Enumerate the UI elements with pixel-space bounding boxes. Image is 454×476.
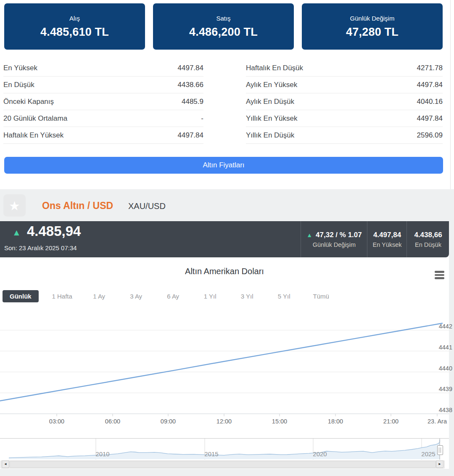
- stat-row: Haftalık En Düşük4271.78: [246, 60, 443, 77]
- up-arrow-icon: ▲: [306, 232, 312, 238]
- stat-value: -: [201, 110, 203, 127]
- change-value: 47,32 / % 1.07: [316, 231, 362, 239]
- stat-label: Yıllık En Düşük: [246, 127, 294, 143]
- tab-5-yil[interactable]: 5 Yıl: [266, 293, 303, 300]
- tab-3-yil[interactable]: 3 Yıl: [229, 293, 266, 300]
- navigator-year-label: 2010: [90, 450, 115, 457]
- gold-prices-button[interactable]: Altın Fiyatları: [4, 157, 443, 174]
- tab-3-ay[interactable]: 3 Ay: [118, 293, 155, 300]
- stat-value: 4497.84: [417, 77, 443, 93]
- stat-label: Haftalık En Yüksek: [3, 127, 63, 143]
- card-label: Günlük Değişim: [350, 15, 395, 22]
- x-axis-label: 03:00: [38, 418, 76, 425]
- stat-row: Haftalık En Yüksek4497.84: [3, 127, 203, 144]
- chart-title: Altın Amerikan Doları: [0, 267, 449, 276]
- stat-label: Haftalık En Düşük: [246, 60, 303, 76]
- x-axis-label: 06:00: [94, 418, 132, 425]
- sell-price-card: Satış 4.486,200 TL: [153, 3, 294, 50]
- card-value: 47,280 TL: [346, 26, 399, 39]
- stat-value: 4040.16: [417, 93, 443, 110]
- x-axis-label: 21:00: [372, 418, 410, 425]
- scroll-left-button[interactable]: ◄: [2, 460, 9, 468]
- scrollbar-thumb[interactable]: [10, 461, 436, 468]
- stat-value: 4271.78: [417, 60, 443, 76]
- summary-cards: Alış 4.485,610 TL Satış 4.486,200 TL Gün…: [4, 3, 443, 50]
- y-axis-label: 4440: [427, 365, 452, 372]
- scroll-right-button[interactable]: ►: [436, 460, 443, 468]
- stat-label: En Yüksek: [3, 60, 37, 76]
- page: Alış 4.485,610 TL Satış 4.486,200 TL Gün…: [0, 0, 454, 476]
- high-label: En Yüksek: [372, 241, 401, 248]
- up-arrow-icon: ▲: [12, 227, 21, 238]
- tab-1-ay[interactable]: 1 Ay: [81, 293, 118, 300]
- x-axis-label: 12:00: [205, 418, 243, 425]
- stat-value: 4438.66: [178, 77, 203, 93]
- card-label: Satış: [216, 15, 230, 22]
- x-axis-label: 15:00: [261, 418, 298, 425]
- navigator-year-label: 2015: [199, 450, 224, 457]
- tab-tumu[interactable]: Tümü: [303, 293, 340, 300]
- stat-row: Aylık En Düşük4040.16: [246, 93, 443, 110]
- stat-value: 2596.09: [417, 127, 443, 143]
- instrument-code: XAU/USD: [128, 201, 166, 211]
- stat-row: Aylık En Yüksek4497.84: [246, 77, 443, 93]
- range-tabs: Günlük 1 Hafta 1 Ay 3 Ay 6 Ay 1 Yıl 3 Yı…: [3, 290, 340, 302]
- card-value: 4.485,610 TL: [40, 26, 109, 39]
- chart-menu-button[interactable]: [435, 271, 445, 280]
- stat-value: 4497.84: [178, 127, 203, 143]
- navigator-year-label: 2025: [416, 450, 441, 457]
- stat-row: 20 Günlük Ortalama-: [3, 110, 203, 127]
- stat-label: 20 Günlük Ortalama: [3, 110, 67, 127]
- navigator-year-label: 2020: [307, 450, 333, 457]
- stats-column-left: En Yüksek4497.84 En Düşük4438.66 Önceki …: [3, 60, 203, 144]
- star-icon: ★: [6, 195, 23, 217]
- change-label: Günlük Değişim: [313, 241, 356, 248]
- daily-change-cell: ▲47,32 / % 1.07 Günlük Değişim: [301, 221, 367, 257]
- tab-gunluk[interactable]: Günlük: [3, 290, 39, 302]
- daily-change-card: Günlük Değişim 47,280 TL: [302, 3, 443, 50]
- hamburger-icon: [435, 271, 444, 273]
- stat-label: Aylık En Düşük: [246, 93, 294, 110]
- x-axis-label: 09:00: [149, 418, 187, 425]
- day-high-cell: 4.497,84 En Yüksek: [367, 221, 407, 257]
- buy-price-card: Alış 4.485,610 TL: [4, 3, 145, 50]
- instrument-title: Ons Altın / USD: [42, 200, 113, 212]
- stat-label: Aylık En Yüksek: [246, 77, 297, 93]
- stat-row: En Düşük4438.66: [3, 77, 203, 93]
- tab-1-yil[interactable]: 1 Yıl: [192, 293, 229, 300]
- card-value: 4.486,200 TL: [189, 26, 258, 39]
- low-label: En Düşük: [415, 241, 441, 248]
- y-axis-label: 4442: [427, 323, 452, 330]
- tab-1-hafta[interactable]: 1 Hafta: [44, 293, 81, 300]
- stat-row: Yıllık En Yüksek4497.84: [246, 110, 443, 127]
- low-value: 4.438,66: [414, 231, 442, 239]
- current-price: 4.485,94: [27, 223, 81, 239]
- stat-row: En Yüksek4497.84: [3, 60, 203, 77]
- stat-value: 4497.84: [178, 60, 203, 76]
- x-axis-label: 18:00: [317, 418, 354, 425]
- last-update-time: Son: 23 Aralık 2025 07:34: [4, 244, 77, 251]
- y-axis-label: 4438: [427, 406, 452, 414]
- favorite-star-button[interactable]: ★: [3, 194, 26, 217]
- stat-value: 4485.9: [182, 93, 203, 110]
- tab-6-ay[interactable]: 6 Ay: [155, 293, 192, 300]
- x-axis-label: 23. Ara: [418, 418, 454, 425]
- high-value: 4.497,84: [373, 231, 401, 239]
- stat-label: Yıllık En Yüksek: [246, 110, 298, 127]
- day-low-cell: 4.438,66 En Düşük: [406, 221, 449, 257]
- stat-row: Yıllık En Düşük2596.09: [246, 127, 443, 144]
- page-edge-line: [450, 0, 451, 190]
- y-axis-label: 4439: [427, 385, 452, 393]
- stat-row: Önceki Kapanış4485.9: [3, 93, 203, 110]
- card-label: Alış: [69, 15, 80, 22]
- stat-label: En Düşük: [3, 77, 34, 93]
- stat-value: 4497.84: [417, 110, 443, 127]
- y-axis-label: 4441: [427, 344, 452, 351]
- stat-label: Önceki Kapanış: [3, 93, 54, 110]
- price-chart[interactable]: [0, 309, 449, 418]
- navigator-chart[interactable]: [0, 438, 449, 460]
- stats-column-right: Haftalık En Düşük4271.78 Aylık En Yüksek…: [246, 60, 443, 144]
